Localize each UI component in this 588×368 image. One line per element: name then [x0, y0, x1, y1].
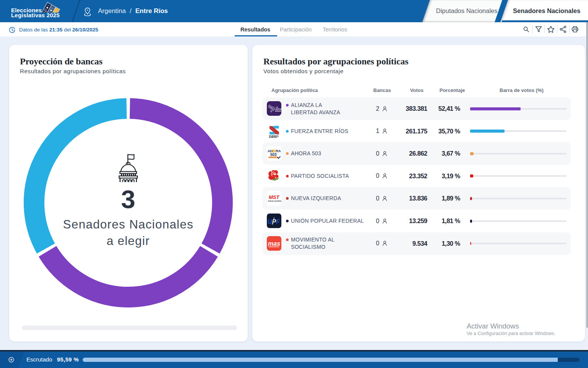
svg-text:AVANZA: AVANZA	[275, 110, 281, 112]
svg-text:503: 503	[270, 153, 277, 157]
svg-text:mas: mas	[268, 240, 280, 247]
svg-text:U: U	[268, 219, 272, 225]
svg-text:LA: LA	[276, 107, 278, 108]
svg-text:F: F	[276, 219, 281, 225]
svg-text:LIBERTAD: LIBERTAD	[275, 108, 282, 110]
svg-text:NUEVA IZQUIERDA: NUEVA IZQUIERDA	[268, 200, 281, 202]
svg-text:MST: MST	[269, 194, 280, 200]
svg-text:ENTRE RÍOS: ENTRE RÍOS	[269, 136, 277, 138]
